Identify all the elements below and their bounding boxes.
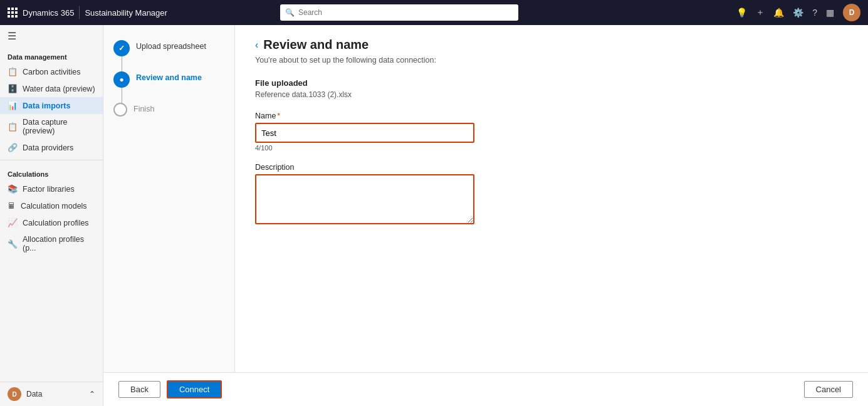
search-bar[interactable]: 🔍 <box>280 4 518 21</box>
footer-avatar: D <box>8 387 21 401</box>
calculation-profiles-icon: 📈 <box>8 218 18 227</box>
footer-label: Data <box>26 390 42 398</box>
step-finish: Finish <box>113 103 224 117</box>
sidebar-item-factor-libraries[interactable]: 📚 Factor libraries <box>0 180 103 197</box>
name-field-label: Name* <box>255 112 848 120</box>
brand-section: Dynamics 365 Sustainability Manager <box>8 6 167 19</box>
sidebar: ☰ Data management 📋 Carbon activities 🗄️… <box>0 25 103 406</box>
name-required-marker: * <box>277 112 280 120</box>
panels-icon[interactable]: ▦ <box>826 8 834 18</box>
step-circle-finish <box>113 103 127 117</box>
sidebar-item-label: Data providers <box>23 143 73 152</box>
sidebar-item-label: Calculation profiles <box>23 219 89 227</box>
sidebar-hamburger[interactable]: ☰ <box>0 25 103 47</box>
step-circle-upload: ✓ <box>113 40 130 56</box>
steps-panel: ✓ Upload spreadsheet ● Review and name F… <box>103 25 235 372</box>
name-counter: 4/100 <box>255 144 848 152</box>
description-field-group: Description <box>255 163 848 226</box>
wizard-container: ✓ Upload spreadsheet ● Review and name F… <box>103 25 868 372</box>
sidebar-item-label: Data capture (preview) <box>23 118 95 135</box>
file-name: Reference data.1033 (2).xlsx <box>255 90 848 99</box>
step-label-review: Review and name <box>136 71 202 82</box>
name-field-group: Name* 4/100 <box>255 112 848 152</box>
sidebar-item-calculation-models[interactable]: 🖩 Calculation models <box>0 197 103 214</box>
file-uploaded-label: File uploaded <box>255 78 848 88</box>
footer-chevron-icon: ⌃ <box>89 390 95 398</box>
back-button[interactable]: Back <box>118 381 160 398</box>
form-subtitle: You're about to set up the following dat… <box>255 56 848 65</box>
lightbulb-icon[interactable]: 💡 <box>736 8 747 18</box>
calculation-models-icon: 🖩 <box>8 201 16 211</box>
step-upload: ✓ Upload spreadsheet <box>113 40 224 56</box>
connect-button[interactable]: Connect <box>167 380 222 398</box>
content-area: ✓ Upload spreadsheet ● Review and name F… <box>103 25 868 406</box>
brand-name: Dynamics 365 <box>23 8 74 18</box>
data-management-section-title: Data management <box>0 47 103 63</box>
data-providers-icon: 🔗 <box>8 143 18 152</box>
sidebar-item-data-imports[interactable]: 📊 Data imports <box>0 97 103 114</box>
sidebar-item-calculation-profiles[interactable]: 📈 Calculation profiles <box>0 214 103 231</box>
description-input[interactable] <box>255 174 474 224</box>
description-field-label: Description <box>255 163 848 172</box>
step-label-finish: Finish <box>133 103 154 113</box>
sidebar-item-label: Water data (preview) <box>23 85 95 93</box>
cancel-button[interactable]: Cancel <box>804 381 853 398</box>
nav-icons: 💡 ＋ 🔔 ⚙️ ? ▦ D <box>736 4 860 21</box>
calculations-section-title: Calculations <box>0 164 103 180</box>
carbon-activities-icon: 📋 <box>8 67 18 76</box>
top-navigation: Dynamics 365 Sustainability Manager 🔍 💡 … <box>0 0 868 25</box>
help-icon[interactable]: ? <box>812 8 817 18</box>
sidebar-item-data-providers[interactable]: 🔗 Data providers <box>0 139 103 156</box>
step-label-upload: Upload spreadsheet <box>136 40 206 51</box>
sidebar-item-carbon-activities[interactable]: 📋 Carbon activities <box>0 63 103 80</box>
form-header: ‹ Review and name <box>255 38 848 52</box>
sidebar-item-label: Allocation profiles (p... <box>23 235 95 252</box>
name-input[interactable] <box>255 123 474 143</box>
data-imports-icon: 📊 <box>8 101 18 110</box>
sidebar-item-water-data[interactable]: 🗄️ Water data (preview) <box>0 80 103 97</box>
back-arrow-button[interactable]: ‹ <box>255 39 258 51</box>
app-name: Sustainability Manager <box>85 8 167 18</box>
data-capture-icon: 📋 <box>8 122 18 132</box>
bell-icon[interactable]: 🔔 <box>773 8 784 18</box>
waffle-icon[interactable] <box>8 8 18 18</box>
search-input[interactable] <box>298 8 513 17</box>
sidebar-item-label: Carbon activities <box>23 68 80 76</box>
form-title: Review and name <box>263 38 369 52</box>
step-circle-review: ● <box>113 71 130 88</box>
sidebar-item-label: Data imports <box>23 102 70 110</box>
user-avatar[interactable]: D <box>843 4 860 21</box>
sidebar-item-allocation-profiles[interactable]: 🔧 Allocation profiles (p... <box>0 231 103 256</box>
form-panel: ‹ Review and name You're about to set up… <box>235 25 868 372</box>
search-icon: 🔍 <box>285 8 295 17</box>
step-review: ● Review and name <box>113 71 224 88</box>
sidebar-footer[interactable]: D Data ⌃ <box>0 382 103 406</box>
nav-divider <box>79 6 80 19</box>
sidebar-item-label: Factor libraries <box>23 185 75 194</box>
sidebar-divider <box>0 160 103 160</box>
settings-icon[interactable]: ⚙️ <box>793 8 803 18</box>
water-data-icon: 🗄️ <box>8 84 18 93</box>
factor-libraries-icon: 📚 <box>8 184 18 194</box>
allocation-profiles-icon: 🔧 <box>8 239 18 249</box>
plus-icon[interactable]: ＋ <box>756 7 765 18</box>
bottom-bar: Back Connect Cancel <box>103 372 868 406</box>
main-layout: ☰ Data management 📋 Carbon activities 🗄️… <box>0 25 868 406</box>
sidebar-item-label: Calculation models <box>21 202 87 211</box>
sidebar-item-data-capture[interactable]: 📋 Data capture (preview) <box>0 114 103 139</box>
